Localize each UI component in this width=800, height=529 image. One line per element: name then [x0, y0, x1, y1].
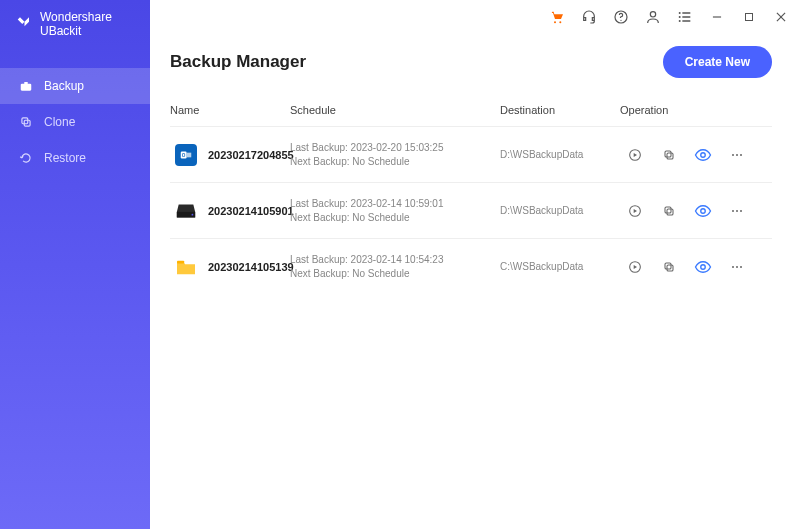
svg-point-27 [192, 213, 194, 215]
col-header-destination: Destination [500, 104, 620, 116]
svg-rect-30 [667, 209, 673, 215]
run-icon[interactable] [626, 258, 644, 276]
briefcase-icon [18, 78, 34, 94]
view-icon[interactable] [694, 258, 712, 276]
more-icon[interactable] [728, 258, 746, 276]
user-icon[interactable] [644, 8, 662, 26]
copy-icon[interactable] [660, 146, 678, 164]
svg-rect-38 [667, 265, 673, 271]
app-header: Wondershare UBackit [0, 0, 150, 48]
app-logo-icon [14, 15, 32, 33]
svg-point-5 [559, 21, 561, 23]
maximize-icon[interactable] [740, 8, 758, 26]
table-row: 20230214105901 Last Backup: 2023-02-14 1… [170, 182, 772, 238]
svg-rect-1 [24, 82, 28, 84]
row-destination: C:\WSBackupData [500, 261, 620, 272]
row-icon-wrap: O [170, 144, 202, 166]
next-backup: Next Backup: No Schedule [290, 155, 500, 169]
clone-icon [18, 114, 34, 130]
titlebar [150, 0, 800, 34]
run-icon[interactable] [626, 202, 644, 220]
sidebar-nav: Backup Clone Restore [0, 68, 150, 176]
row-name: 20230214105139 [208, 261, 290, 273]
svg-point-31 [701, 208, 706, 213]
svg-rect-37 [665, 263, 671, 269]
svg-point-4 [554, 21, 556, 23]
last-backup: Last Backup: 2023-02-14 10:59:01 [290, 197, 500, 211]
table-row: O 20230217204855 Last Backup: 2023-02-20… [170, 126, 772, 182]
svg-point-9 [679, 12, 681, 14]
row-name: 20230214105901 [208, 205, 290, 217]
more-icon[interactable] [728, 146, 746, 164]
row-operations [620, 202, 772, 220]
sidebar-item-backup[interactable]: Backup [0, 68, 150, 104]
col-header-name: Name [170, 104, 290, 116]
create-new-button[interactable]: Create New [663, 46, 772, 78]
app-title: Wondershare UBackit [40, 10, 136, 38]
svg-rect-0 [21, 84, 32, 91]
headset-icon[interactable] [580, 8, 598, 26]
restore-icon [18, 150, 34, 166]
svg-point-10 [679, 16, 681, 18]
row-destination: D:\WSBackupData [500, 205, 620, 216]
svg-rect-18 [187, 152, 192, 157]
svg-point-41 [736, 266, 738, 268]
row-icon-wrap [170, 200, 202, 222]
sidebar-item-label: Backup [44, 79, 84, 93]
last-backup: Last Backup: 2023-02-20 15:03:25 [290, 141, 500, 155]
sidebar-item-clone[interactable]: Clone [0, 104, 150, 140]
cart-icon[interactable] [548, 8, 566, 26]
row-operations [620, 258, 772, 276]
disk-icon [175, 200, 197, 222]
page-title: Backup Manager [170, 52, 306, 72]
page-head: Backup Manager Create New [170, 46, 772, 78]
col-header-schedule: Schedule [290, 104, 500, 116]
table-header: Name Schedule Destination Operation [170, 104, 772, 126]
next-backup: Next Backup: No Schedule [290, 267, 500, 281]
row-name: 20230217204855 [208, 149, 290, 161]
copy-icon[interactable] [660, 258, 678, 276]
next-backup: Next Backup: No Schedule [290, 211, 500, 225]
row-schedule: Last Backup: 2023-02-14 10:54:23 Next Ba… [290, 253, 500, 280]
svg-rect-13 [746, 14, 753, 21]
svg-point-32 [732, 210, 734, 212]
svg-point-24 [736, 154, 738, 156]
svg-point-34 [740, 210, 742, 212]
svg-point-33 [736, 210, 738, 212]
row-destination: D:\WSBackupData [500, 149, 620, 160]
sidebar-item-label: Restore [44, 151, 86, 165]
content: Backup Manager Create New Name Schedule … [150, 34, 800, 294]
outlook-icon: O [175, 144, 197, 166]
svg-point-40 [732, 266, 734, 268]
view-icon[interactable] [694, 146, 712, 164]
view-icon[interactable] [694, 202, 712, 220]
svg-point-8 [650, 12, 655, 17]
row-operations [620, 146, 772, 164]
svg-rect-21 [667, 153, 673, 159]
minimize-icon[interactable] [708, 8, 726, 26]
svg-rect-20 [665, 151, 671, 157]
run-icon[interactable] [626, 146, 644, 164]
svg-point-23 [732, 154, 734, 156]
svg-point-7 [620, 20, 621, 21]
help-icon[interactable] [612, 8, 630, 26]
more-icon[interactable] [728, 202, 746, 220]
menu-list-icon[interactable] [676, 8, 694, 26]
col-header-operation: Operation [620, 104, 772, 116]
svg-rect-35 [177, 260, 184, 263]
row-schedule: Last Backup: 2023-02-14 10:59:01 Next Ba… [290, 197, 500, 224]
svg-point-11 [679, 20, 681, 22]
copy-icon[interactable] [660, 202, 678, 220]
row-icon-wrap [170, 256, 202, 278]
main: Backup Manager Create New Name Schedule … [150, 0, 800, 529]
table-row: 20230214105139 Last Backup: 2023-02-14 1… [170, 238, 772, 294]
last-backup: Last Backup: 2023-02-14 10:54:23 [290, 253, 500, 267]
sidebar-item-restore[interactable]: Restore [0, 140, 150, 176]
svg-rect-29 [665, 207, 671, 213]
svg-point-25 [740, 154, 742, 156]
svg-point-42 [740, 266, 742, 268]
sidebar-item-label: Clone [44, 115, 75, 129]
close-icon[interactable] [772, 8, 790, 26]
svg-point-39 [701, 264, 706, 269]
row-schedule: Last Backup: 2023-02-20 15:03:25 Next Ba… [290, 141, 500, 168]
